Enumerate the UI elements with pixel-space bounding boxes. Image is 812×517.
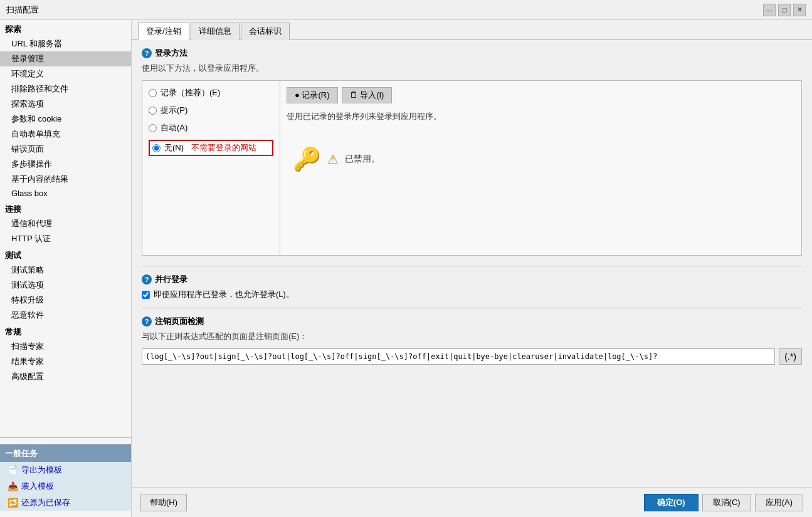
sidebar-item-result-expert[interactable]: 结果专家 xyxy=(0,354,131,369)
logout-detection-title: ? 注销页面检测 xyxy=(142,316,802,327)
help-button[interactable]: 帮助(H) xyxy=(140,494,187,511)
sidebar-tasks-section: 一般任务 📄导出为模板📥装入模板🔁还原为已保存 xyxy=(0,437,131,511)
sidebar-section-header: 测试 xyxy=(0,246,131,263)
login-options-panel: 记录（推荐）(E)提示(P)自动(A)无(N)不需要登录的网站 xyxy=(142,81,280,255)
title-bar: 扫描配置 — □ ✕ xyxy=(0,0,812,20)
separator-1 xyxy=(142,266,802,266)
task-icon: 📄 xyxy=(8,465,18,475)
tabs-bar: 登录/注销详细信息会话标识 xyxy=(132,20,812,40)
content-panel: ? 登录方法 使用以下方法，以登录应用程序。 记录（推荐）(E)提示(P)自动(… xyxy=(132,40,812,487)
window-controls: — □ ✕ xyxy=(763,4,806,16)
bottom-bar: 帮助(H) 确定(O) 取消(C) 应用(A) xyxy=(132,487,812,517)
radio-option-none[interactable]: 无(N)不需要登录的网站 xyxy=(149,140,273,156)
login-method-section: ? 登录方法 使用以下方法，以登录应用程序。 记录（推荐）(E)提示(P)自动(… xyxy=(142,48,802,256)
sidebar-section-header: 常规 xyxy=(0,323,131,339)
radio-label-recorded: 记录（推荐）(E) xyxy=(161,87,220,98)
login-right-panel: ● 记录(R)🗒 导入(I) 使用已记录的登录序列来登录到应用程序。 🔑 ⚠ 已… xyxy=(280,81,801,255)
ok-button[interactable]: 确定(O) xyxy=(644,494,699,511)
sidebar-item-content-results[interactable]: 基于内容的结果 xyxy=(0,172,131,187)
sidebar-section-header: 连接 xyxy=(0,200,131,216)
sidebar-item-comm-proxy[interactable]: 通信和代理 xyxy=(0,216,131,231)
login-method-box: 记录（推荐）(E)提示(P)自动(A)无(N)不需要登录的网站 ● 记录(R)🗒… xyxy=(142,80,802,256)
parallel-login-section: ? 并行登录 即使应用程序已登录，也允许登录(L)。 xyxy=(142,274,802,300)
sidebar-item-http-auth[interactable]: HTTP 认证 xyxy=(0,231,131,246)
sidebar-item-auto-fill[interactable]: 自动表单填充 xyxy=(0,127,131,142)
sidebar-item-error-page[interactable]: 错误页面 xyxy=(0,142,131,157)
task-icon: 📥 xyxy=(8,481,18,491)
close-button[interactable]: ✕ xyxy=(793,4,806,16)
logout-detection-section: ? 注销页面检测 与以下正则表达式匹配的页面是注销页面(E)： (.*) xyxy=(142,316,802,365)
radio-prompt[interactable] xyxy=(149,107,157,115)
radio-option-auto[interactable]: 自动(A) xyxy=(149,122,273,133)
login-buttons: ● 记录(R)🗒 导入(I) xyxy=(287,87,795,103)
sidebar-task-restore-saved[interactable]: 🔁还原为已保存 xyxy=(0,494,131,511)
tab-login-logout[interactable]: 登录/注销 xyxy=(138,23,189,40)
sidebar-item-scan-expert[interactable]: 扫描专家 xyxy=(0,339,131,354)
sidebar-item-login-mgmt[interactable]: 登录管理 xyxy=(0,51,131,66)
logout-detection-desc: 与以下正则表达式匹配的页面是注销页面(E)： xyxy=(142,331,802,342)
tab-session-id[interactable]: 会话标识 xyxy=(241,23,290,40)
sidebar-item-exclude-paths[interactable]: 排除路径和文件 xyxy=(0,81,131,97)
task-icon: 🔁 xyxy=(8,498,18,508)
sidebar-item-advanced-config[interactable]: 高级配置 xyxy=(0,369,131,384)
radio-none[interactable] xyxy=(152,144,161,152)
regex-input[interactable] xyxy=(142,348,775,365)
sidebar-item-privilege-escalation[interactable]: 特权升级 xyxy=(0,293,131,308)
warning-icon: ⚠ xyxy=(327,152,339,167)
apply-button[interactable]: 应用(A) xyxy=(755,494,803,511)
login-right-desc: 使用已记录的登录序列来登录到应用程序。 xyxy=(287,111,795,122)
sidebar-item-test-strategy[interactable]: 测试策略 xyxy=(0,263,131,278)
radio-option-prompt[interactable]: 提示(P) xyxy=(149,105,273,116)
maximize-button[interactable]: □ xyxy=(778,4,791,16)
disabled-text: 已禁用。 xyxy=(345,154,380,165)
parallel-login-title: ? 并行登录 xyxy=(142,274,802,285)
task-label: 还原为已保存 xyxy=(21,497,70,508)
separator-2 xyxy=(142,308,802,308)
content-area: 登录/注销详细信息会话标识 ? 登录方法 使用以下方法，以登录应用程序。 记录（… xyxy=(132,20,812,517)
sidebar-item-multi-step[interactable]: 多步骤操作 xyxy=(0,157,131,172)
login-action-record-btn[interactable]: ● 记录(R) xyxy=(287,87,338,103)
regex-row: (.*) xyxy=(142,348,802,365)
parallel-login-label: 即使应用程序已登录，也允许登录(L)。 xyxy=(154,289,294,300)
minimize-button[interactable]: — xyxy=(763,4,776,16)
tab-details[interactable]: 详细信息 xyxy=(191,23,240,40)
radio-label-auto: 自动(A) xyxy=(161,122,187,133)
task-label: 装入模板 xyxy=(21,481,54,492)
help-icon: ? xyxy=(142,48,152,58)
help-icon-3: ? xyxy=(142,316,152,326)
sidebar-task-export-template[interactable]: 📄导出为模板 xyxy=(0,462,131,478)
sidebar-item-url-server[interactable]: URL 和服务器 xyxy=(0,36,131,51)
sidebar-item-test-options[interactable]: 测试选项 xyxy=(0,278,131,293)
task-label: 导出为模板 xyxy=(21,464,62,476)
key-icon: 🔑 xyxy=(293,146,321,172)
sidebar-item-malware[interactable]: 恶意软件 xyxy=(0,308,131,323)
radio-auto[interactable] xyxy=(149,124,157,132)
sidebar-item-explore-options[interactable]: 探索选项 xyxy=(0,97,131,112)
bottom-right-buttons: 确定(O) 取消(C) 应用(A) xyxy=(644,494,803,511)
sidebar-task-load-template[interactable]: 📥装入模板 xyxy=(0,478,131,494)
sidebar-tasks-header: 一般任务 xyxy=(0,444,131,462)
sidebar-item-env-define[interactable]: 环境定义 xyxy=(0,66,131,81)
cancel-button[interactable]: 取消(C) xyxy=(702,494,751,511)
radio-recorded[interactable] xyxy=(149,89,157,97)
parallel-login-checkbox-row: 即使应用程序已登录，也允许登录(L)。 xyxy=(142,289,802,300)
sidebar: 探索URL 和服务器登录管理环境定义排除路径和文件探索选项参数和 cookie自… xyxy=(0,20,132,517)
sidebar-item-params-cookie[interactable]: 参数和 cookie xyxy=(0,112,131,127)
window-title: 扫描配置 xyxy=(6,4,39,16)
regex-button[interactable]: (.*) xyxy=(779,348,802,365)
sidebar-section-header: 探索 xyxy=(0,20,131,36)
none-selected-note: 不需要登录的网站 xyxy=(191,142,256,154)
main-layout: 探索URL 和服务器登录管理环境定义排除路径和文件探索选项参数和 cookie自… xyxy=(0,20,812,517)
login-method-desc: 使用以下方法，以登录应用程序。 xyxy=(142,63,802,74)
parallel-login-checkbox[interactable] xyxy=(142,291,150,299)
radio-label-prompt: 提示(P) xyxy=(161,105,187,116)
disabled-area: 🔑 ⚠ 已禁用。 xyxy=(287,140,795,179)
sidebar-item-glass-box[interactable]: Glass box xyxy=(0,187,131,200)
radio-option-recorded[interactable]: 记录（推荐）(E) xyxy=(149,87,273,98)
help-icon-2: ? xyxy=(142,274,152,285)
login-method-title: ? 登录方法 xyxy=(142,48,802,59)
login-action-import-btn[interactable]: 🗒 导入(I) xyxy=(342,87,393,103)
radio-label-none: 无(N) xyxy=(164,142,184,154)
